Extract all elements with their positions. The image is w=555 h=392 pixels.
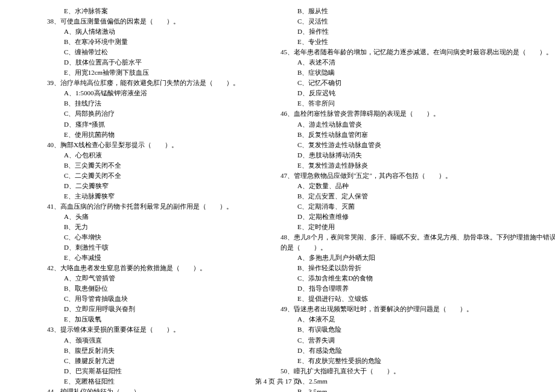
page-footer: 第 4 页 共 17 页 bbox=[0, 377, 555, 386]
right-column: B、服从性C、灵活性D、操作性E、专业性45、老年患者随着年龄的增加，记忆能力逐… bbox=[252, 6, 555, 392]
option-line: E、加压吸氧 bbox=[30, 314, 239, 324]
option-line: D、巴宾斯基征阳性 bbox=[30, 366, 239, 376]
option-line: A、心包积液 bbox=[30, 150, 239, 160]
question-line: 46、血栓闭塞性脉管炎营养障碍期的表现是（ ）。 bbox=[264, 109, 555, 119]
option-line: A、体液不足 bbox=[264, 314, 555, 324]
option-line: E、水冲脉答案 bbox=[30, 6, 239, 16]
option-line: E、有皮肤完整性受损的危险 bbox=[264, 356, 555, 366]
option-line: E、复发性游走性静脉炎 bbox=[264, 160, 555, 171]
question-line: 48、患儿8个月，夜间常哭闹、多汗、睡眠不安。查体见方颅、肋骨串珠。下列护理措施… bbox=[264, 232, 555, 242]
option-line: A、1:5000高锰酸钾溶液坐浴 bbox=[30, 88, 239, 98]
option-line: D、操作性 bbox=[264, 27, 555, 37]
option-line: A、游走性动脉血管炎 bbox=[264, 119, 555, 130]
option-line: B、有误吸危险 bbox=[264, 324, 555, 335]
option-line: C、二尖瓣关闭不全 bbox=[30, 171, 239, 181]
option-line: A、颈项强直 bbox=[30, 335, 239, 346]
option-line: B、操作轻柔以防骨折 bbox=[264, 263, 555, 273]
option-line: A、立即气管插管 bbox=[30, 273, 239, 283]
option-line: B、定点安置、定人保管 bbox=[264, 191, 555, 201]
question-line: 43、提示锥体束受损的重要体征是（ ）。 bbox=[30, 324, 239, 335]
option-line: E、使用抗菌药物 bbox=[30, 130, 239, 140]
option-line: B、反复性动脉血管闭塞 bbox=[264, 130, 555, 140]
question-line: 45、老年患者随着年龄的增加，记忆能力逐步减退。在询问病史时最容易出现的是（ ）… bbox=[264, 47, 555, 57]
option-line: E、心率减慢 bbox=[30, 253, 239, 263]
option-line: C、灵活性 bbox=[264, 16, 555, 27]
option-line: B、3.5mm bbox=[264, 387, 555, 392]
question-line: 38、可使血压测量值偏低的因素是（ ）。 bbox=[30, 16, 239, 27]
option-line: D、患肢动脉搏动消失 bbox=[264, 150, 555, 160]
option-line: C、用导管肯抽吸血块 bbox=[30, 294, 239, 304]
option-line: C、复发性游走性动脉血管炎 bbox=[264, 140, 555, 150]
question-line: 50、瞳孔扩大指瞳孔直径大于（ ）。 bbox=[264, 366, 555, 376]
exam-page: E、水冲脉答案38、可使血压测量值偏低的因素是（ ）。A、病人情绪激动B、在寒冷… bbox=[0, 0, 555, 392]
option-line: D、反应迟钝 bbox=[264, 88, 555, 98]
option-line: B、腹壁反射消失 bbox=[30, 346, 239, 356]
option-line: E、定时使用 bbox=[264, 222, 555, 232]
option-line: D、定期检查维修 bbox=[264, 212, 555, 222]
option-line: A、定数量、品种 bbox=[264, 181, 555, 191]
option-line: C、局部换药治疗 bbox=[30, 109, 239, 119]
option-line: D、肢体位置高于心脏水平 bbox=[30, 57, 239, 68]
option-line: B、取患侧卧位 bbox=[30, 283, 239, 294]
question-line: 41、高血压病的治疗药物卡托普利最常见的副作用是（ ）。 bbox=[30, 201, 239, 212]
option-line: D、指导合理喂养 bbox=[264, 283, 555, 294]
option-line: D、瘙痒*搔抓 bbox=[30, 119, 239, 130]
option-line: C、心率增快 bbox=[30, 232, 239, 242]
question-line: 49、昏迷患者出现频繁呕吐时，首要解决的护理问题是（ ）。 bbox=[264, 304, 555, 314]
option-line: D、刺激性干咳 bbox=[30, 242, 239, 253]
option-line: E、提倡进行站、立锻炼 bbox=[264, 294, 555, 304]
option-line: D、有感染危险 bbox=[264, 346, 555, 356]
option-line: A、表述不清 bbox=[264, 57, 555, 68]
option-line: B、无力 bbox=[30, 222, 239, 232]
option-line: E、答非所问 bbox=[264, 98, 555, 109]
question-line: 42、大咯血患者发生窒息首要的抢救措施是（ ）。 bbox=[30, 263, 239, 273]
option-line: E、专业性 bbox=[264, 37, 555, 47]
question-line: 40、胸部X线检查心影呈梨形提示（ ）。 bbox=[30, 140, 239, 150]
option-line: C、定期消毒、灭菌 bbox=[264, 201, 555, 212]
option-line: E、主动脉瓣狭窄 bbox=[30, 191, 239, 201]
question-line: 47、管理急救物品应做到"五定"，其内容不包括（ ）。 bbox=[264, 171, 555, 181]
option-line: E、用宽12cm袖带测下肢血压 bbox=[30, 68, 239, 78]
option-line: C、缠袖带过松 bbox=[30, 47, 239, 57]
option-line: C、添加含维生素D的食物 bbox=[264, 273, 555, 283]
option-line: D、立即应用呼吸兴奋剂 bbox=[30, 304, 239, 314]
option-line: B、症状隐瞒 bbox=[264, 68, 555, 78]
question-line: 39、治疗单纯高位肛瘘，能有效避免肛门失禁的方法是（ ）。 bbox=[30, 78, 239, 88]
option-line: D、二尖瓣狭窄 bbox=[30, 181, 239, 191]
option-line: B、挂线疗法 bbox=[30, 98, 239, 109]
option-line: C、膝腱反射亢进 bbox=[30, 356, 239, 366]
option-line: C、记忆不确切 bbox=[264, 78, 555, 88]
left-column: E、水冲脉答案38、可使血压测量值偏低的因素是（ ）。A、病人情绪激动B、在寒冷… bbox=[18, 6, 252, 392]
option-line: B、在寒冷环境中测量 bbox=[30, 37, 239, 47]
option-line: A、头痛 bbox=[30, 212, 239, 222]
option-line: A、多抱患儿到户外晒太阳 bbox=[264, 253, 555, 263]
question-line: 44、护理礼仪的特征为（ ）。 bbox=[30, 387, 239, 392]
option-line: B、服从性 bbox=[264, 6, 555, 16]
question-line: 的是（ ）。 bbox=[264, 242, 555, 253]
option-line: B、三尖瓣关闭不全 bbox=[30, 160, 239, 171]
option-line: C、营养失调 bbox=[264, 335, 555, 346]
option-line: A、病人情绪激动 bbox=[30, 27, 239, 37]
